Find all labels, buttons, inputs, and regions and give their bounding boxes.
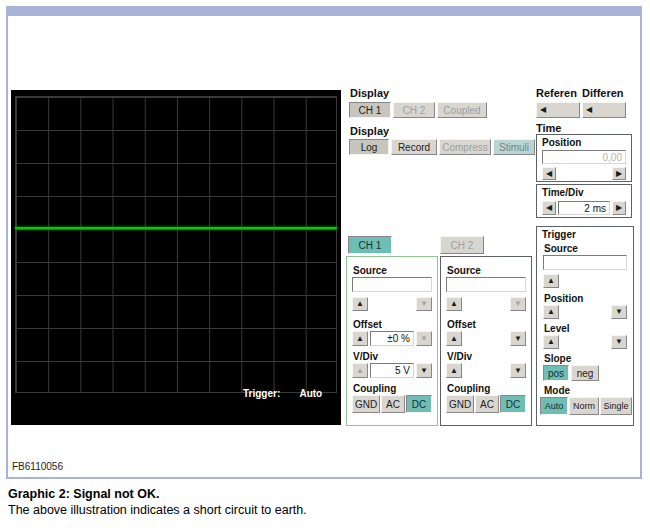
- ch2-vdiv-down-button[interactable]: ▼: [510, 363, 526, 378]
- slope-pos-button[interactable]: pos: [543, 365, 569, 381]
- ch1-source-down-button[interactable]: ▼: [416, 297, 432, 311]
- record-button[interactable]: Record: [391, 139, 437, 155]
- ch1-offset-up-button[interactable]: ▲: [352, 331, 368, 346]
- figure-id: FB6110056: [12, 461, 63, 472]
- reference-selector[interactable]: ◀: [536, 102, 580, 118]
- ch2-vdiv-up-button[interactable]: ▲: [446, 363, 462, 378]
- timediv-label: Time/Div: [542, 187, 584, 198]
- ch1-vdiv-up-button[interactable]: ▲: [352, 363, 368, 378]
- down-arrow-icon: ▼: [420, 335, 428, 343]
- ch2-ac-button[interactable]: AC: [475, 395, 499, 413]
- up-arrow-icon: ▲: [450, 367, 458, 375]
- display-ch2-button[interactable]: CH 2: [393, 102, 435, 118]
- time-position-right-button[interactable]: ▶: [612, 167, 626, 180]
- trigger-position-label: Position: [544, 293, 583, 304]
- trigger-group: Trigger Source ▲ Position ▲ ▼ Level ▲ ▼ …: [536, 226, 634, 426]
- ch1-dc-button[interactable]: DC: [406, 395, 432, 413]
- ch2-panel: Source ▲ ▼ Offset ▲ ▼ V/Div ▲ ▼ Coupling…: [440, 256, 532, 426]
- trigger-group-label: Trigger: [542, 229, 576, 240]
- timediv-group: Time/Div ◀ 2 ms ▶: [536, 184, 632, 218]
- reference-label: Referen: [536, 87, 577, 99]
- ch1-source-up-button[interactable]: ▲: [352, 297, 368, 311]
- ch1-vdiv-down-button[interactable]: ▼: [416, 363, 432, 378]
- ch2-dc-button[interactable]: DC: [500, 395, 526, 413]
- trigger-level-up-button[interactable]: ▲: [543, 335, 559, 349]
- timediv-field[interactable]: 2 ms: [558, 201, 610, 215]
- up-arrow-icon: ▲: [450, 300, 458, 308]
- trigger-readout-value: Auto: [299, 388, 322, 399]
- left-arrow-icon: ◀: [546, 170, 552, 178]
- ch1-ac-button[interactable]: AC: [381, 395, 405, 413]
- timediv-left-button[interactable]: ◀: [542, 201, 556, 215]
- down-arrow-icon: ▼: [420, 300, 428, 308]
- mode-single-button[interactable]: Single: [600, 397, 632, 415]
- timediv-right-button[interactable]: ▶: [612, 201, 626, 215]
- log-button[interactable]: Log: [349, 139, 389, 155]
- ch2-vdiv-label: V/Div: [447, 351, 472, 362]
- ch1-panel: Source ▲ ▼ Offset ▲ ±0 % ▼ V/Div ▲ 5 V ▼…: [346, 256, 438, 426]
- ch2-source-down-button[interactable]: ▼: [510, 297, 526, 311]
- page: Trigger: Auto Display CH 1 CH 2 Coupled …: [0, 0, 650, 531]
- oscilloscope-screen: Trigger: Auto: [11, 90, 341, 425]
- ch1-vdiv-field[interactable]: 5 V: [370, 363, 414, 378]
- ch1-source-field[interactable]: [352, 277, 432, 292]
- ch2-offset-label: Offset: [447, 319, 476, 330]
- ch2-gnd-button[interactable]: GND: [446, 395, 474, 413]
- trigger-readout-label: Trigger:: [243, 388, 280, 399]
- tab-ch2[interactable]: CH 2: [440, 236, 484, 254]
- left-arrow-icon: ◀: [586, 106, 592, 114]
- mode-auto-button[interactable]: Auto: [540, 397, 568, 415]
- down-arrow-icon: ▼: [420, 367, 428, 375]
- ch2-coupling-label: Coupling: [447, 383, 490, 394]
- ch2-offset-down-button[interactable]: ▼: [510, 331, 526, 346]
- display-coupled-button[interactable]: Coupled: [437, 102, 487, 118]
- trigger-level-down-button[interactable]: ▼: [611, 335, 627, 349]
- display-ch1-button[interactable]: CH 1: [349, 102, 391, 118]
- down-arrow-icon: ▼: [514, 367, 522, 375]
- down-arrow-icon: ▼: [615, 308, 623, 316]
- time-position-field[interactable]: 0,00: [542, 150, 626, 164]
- time-label: Time: [536, 122, 561, 134]
- ch1-offset-field[interactable]: ±0 %: [370, 331, 414, 346]
- time-position-label: Position: [542, 137, 581, 148]
- ch2-offset-up-button[interactable]: ▲: [446, 331, 462, 346]
- ch1-vdiv-label: V/Div: [353, 351, 378, 362]
- down-arrow-icon: ▼: [514, 300, 522, 308]
- slope-neg-button[interactable]: neg: [571, 365, 599, 381]
- ch2-source-field[interactable]: [446, 277, 526, 292]
- left-arrow-icon: ◀: [546, 204, 552, 212]
- trigger-mode-label: Mode: [544, 385, 570, 396]
- trigger-readout: Trigger: Auto: [243, 388, 322, 399]
- ch2-source-up-button[interactable]: ▲: [446, 297, 462, 311]
- up-arrow-icon: ▲: [547, 308, 555, 316]
- trigger-position-up-button[interactable]: ▲: [543, 305, 559, 319]
- up-arrow-icon: ▲: [450, 335, 458, 343]
- scope-grid: [15, 96, 337, 393]
- trigger-position-down-button[interactable]: ▼: [611, 305, 627, 319]
- signal-trace: [15, 227, 337, 229]
- trigger-source-field[interactable]: [543, 255, 627, 270]
- tab-ch1[interactable]: CH 1: [348, 236, 392, 254]
- trigger-source-up-button[interactable]: ▲: [543, 274, 559, 288]
- mode-norm-button[interactable]: Norm: [569, 397, 599, 415]
- left-arrow-icon: ◀: [540, 106, 546, 114]
- ch2-source-label: Source: [447, 265, 481, 276]
- up-arrow-icon: ▲: [547, 277, 555, 285]
- ch1-coupling-label: Coupling: [353, 383, 396, 394]
- time-position-left-button[interactable]: ◀: [542, 167, 556, 180]
- title-bar: [8, 8, 640, 16]
- up-arrow-icon: ▲: [356, 335, 364, 343]
- trigger-source-label: Source: [544, 243, 578, 254]
- ch1-offset-label: Offset: [353, 319, 382, 330]
- up-arrow-icon: ▲: [547, 338, 555, 346]
- ch1-gnd-button[interactable]: GND: [352, 395, 380, 413]
- display-channels-label: Display: [350, 87, 389, 99]
- down-arrow-icon: ▼: [615, 338, 623, 346]
- ch1-offset-down-button[interactable]: ▼: [416, 331, 432, 346]
- stimuli-button[interactable]: Stimuli: [493, 139, 535, 155]
- differential-selector[interactable]: ◀: [582, 102, 626, 118]
- right-arrow-icon: ▶: [616, 170, 622, 178]
- time-position-group: Position 0,00 ◀ ▶: [536, 134, 632, 182]
- compress-button[interactable]: Compress: [439, 139, 491, 155]
- down-arrow-icon: ▼: [514, 335, 522, 343]
